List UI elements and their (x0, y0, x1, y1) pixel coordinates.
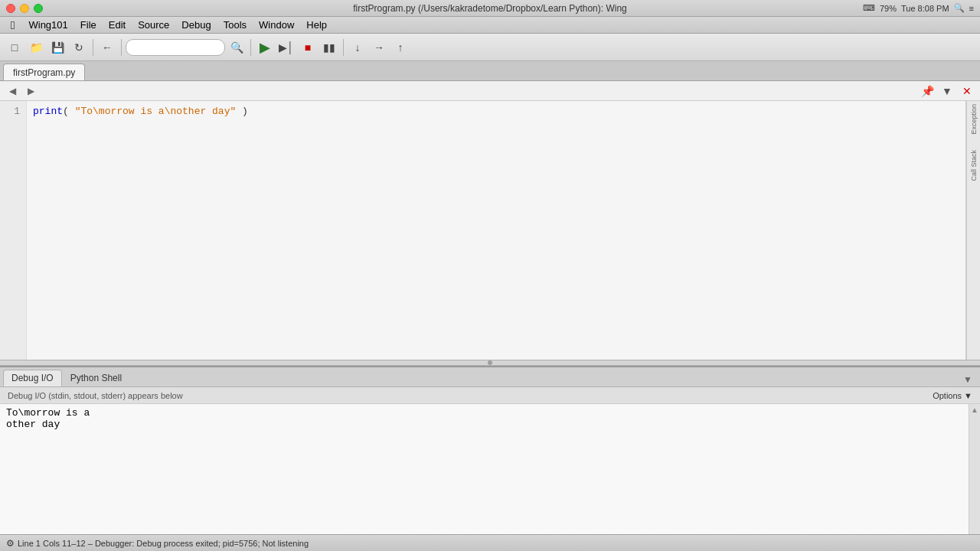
debug-output-line1: To\morrow is a (6, 407, 962, 419)
app: firstProgram.py (/Users/kakradetome/Drop… (0, 0, 980, 551)
forward-nav-button[interactable]: ▶ (23, 83, 38, 99)
right-panel: Exception Call Stack (966, 101, 980, 360)
status-text: Line 1 Cols 11–12 – Debugger: Debug proc… (18, 539, 309, 548)
pin-icon[interactable]: 📌 (919, 83, 936, 99)
menu-window[interactable]: Window (253, 17, 300, 33)
line-number-1: 1 (6, 106, 20, 117)
debug-io-header: Debug I/O (stdin, stdout, stderr) appear… (0, 387, 980, 404)
close-panel-icon[interactable]: ✕ (959, 83, 975, 99)
menu-tools[interactable]: Tools (217, 17, 253, 33)
menubar:  Wing101 File Edit Source Debug Tools W… (0, 17, 980, 34)
apple-menu[interactable]:  (3, 17, 22, 33)
wifi-icon: ⌨ (863, 3, 875, 13)
tabbar: firstProgram.py (0, 61, 980, 81)
battery-status: 79% (880, 4, 897, 13)
new-file-button[interactable]: □ (5, 37, 24, 57)
splitter-dot (488, 360, 492, 365)
menu-icon[interactable]: ≡ (969, 4, 974, 13)
editor-and-debug: 1 print( "To\morrow is a\nother day" ) E… (0, 101, 980, 534)
options-chevron-icon: ▼ (964, 391, 972, 400)
debug-scrollbar[interactable]: ▲ (969, 404, 980, 534)
separator-4 (343, 39, 344, 56)
stop-button[interactable]: ■ (298, 37, 318, 57)
close-button[interactable] (6, 4, 15, 13)
call-stack-label[interactable]: Call Stack (970, 150, 978, 181)
menu-edit[interactable]: Edit (103, 17, 132, 33)
window-title: firstProgram.py (/Users/kakradetome/Drop… (353, 3, 626, 14)
debug-options-button[interactable]: Options ▼ (933, 391, 972, 400)
scroll-up-arrow[interactable]: ▲ (971, 406, 978, 414)
bottom-section: Debug I/O Python Shell ▼ Debug I/O (stdi… (0, 366, 980, 534)
step-out-button[interactable]: ↑ (390, 37, 410, 57)
clock: Tue 8:08 PM (901, 4, 949, 13)
debug-tabbar: Debug I/O Python Shell ▼ (0, 367, 980, 387)
splitter[interactable] (0, 360, 980, 366)
save-file-button[interactable]: 💾 (47, 37, 67, 57)
run-button[interactable]: ▶ (255, 37, 275, 57)
exception-label[interactable]: Exception (970, 104, 978, 135)
right-panel-icons: 📌 ▼ ✕ (919, 83, 975, 99)
system-icons-right: ⌨ 79% Tue 8:08 PM 🔍 ≡ (863, 3, 974, 13)
toolbar: □ 📁 💾 ↻ ← 🔍 ▶ ▶│ ■ ▮▮ ↓ → ↑ (0, 34, 980, 61)
step-into-button[interactable]: ↓ (348, 37, 368, 57)
code-paren-close: ) (236, 106, 248, 117)
code-text[interactable]: print( "To\morrow is a\nother day" ) (27, 101, 965, 360)
debug-button[interactable]: ▶│ (276, 37, 296, 57)
reload-button[interactable]: ↻ (69, 37, 89, 57)
pause-button[interactable]: ▮▮ (319, 37, 339, 57)
menu-help[interactable]: Help (300, 17, 333, 33)
search-input[interactable] (126, 39, 225, 56)
menu-source[interactable]: Source (132, 17, 175, 33)
menu-file[interactable]: File (74, 17, 103, 33)
separator-2 (121, 39, 122, 56)
search-button[interactable]: 🔍 (227, 37, 247, 57)
titlebar: firstProgram.py (/Users/kakradetome/Drop… (0, 0, 980, 17)
separator-3 (250, 39, 251, 56)
step-over-button[interactable]: → (369, 37, 389, 57)
menu-wing101[interactable]: Wing101 (22, 17, 74, 33)
window-controls (6, 4, 43, 13)
debug-main: To\morrow is a other day ▲ (0, 404, 980, 534)
open-file-button[interactable]: 📁 (26, 37, 46, 57)
keyword-print: print (33, 106, 63, 117)
maximize-button[interactable] (34, 4, 43, 13)
undo-button[interactable]: ← (97, 37, 117, 57)
code-content[interactable]: 1 print( "To\morrow is a\nother day" ) (0, 101, 965, 360)
down-icon[interactable]: ▼ (939, 83, 956, 99)
code-paren-open: ( (63, 106, 75, 117)
debug-output-line2: other day (6, 419, 962, 430)
statusbar: ⚙ Line 1 Cols 11–12 – Debugger: Debug pr… (0, 534, 980, 551)
expand-debug-icon[interactable]: ▼ (959, 374, 977, 385)
file-tab-label: firstProgram.py (13, 67, 75, 78)
status-icon: ⚙ (6, 538, 15, 549)
back-nav-button[interactable]: ◀ (5, 83, 20, 99)
debug-io-header-text: Debug I/O (stdin, stdout, stderr) appear… (8, 391, 183, 400)
navbar: ◀ ▶ 📌 ▼ ✕ (0, 81, 980, 101)
debug-output[interactable]: To\morrow is a other day (0, 404, 969, 534)
python-shell-tab[interactable]: Python Shell (62, 370, 130, 386)
line-numbers: 1 (0, 101, 27, 360)
editor-section: 1 print( "To\morrow is a\nother day" ) E… (0, 101, 980, 360)
search-icon[interactable]: 🔍 (954, 3, 965, 13)
menu-debug[interactable]: Debug (175, 17, 217, 33)
code-string: "To\morrow is a\nother day" (75, 106, 237, 117)
file-tab[interactable]: firstProgram.py (3, 64, 85, 80)
separator-1 (93, 39, 93, 56)
code-editor[interactable]: 1 print( "To\morrow is a\nother day" ) (0, 101, 966, 360)
minimize-button[interactable] (20, 4, 29, 13)
debug-io-tab[interactable]: Debug I/O (3, 370, 62, 386)
